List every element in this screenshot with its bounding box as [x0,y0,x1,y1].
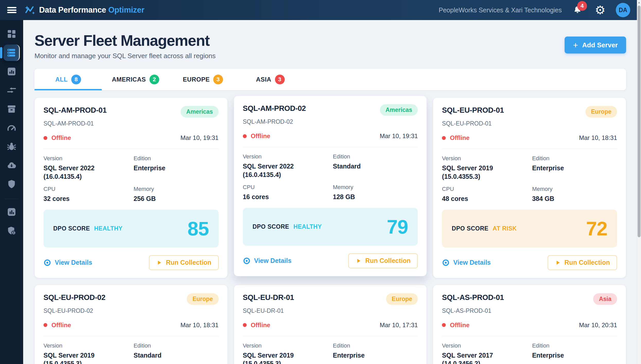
page-subtitle: Monitor and manage your SQL Server fleet… [34,52,216,60]
hamburger-menu-icon[interactable] [7,6,17,14]
run-collection-button[interactable]: Run Collection [548,255,617,270]
tab-americas[interactable]: AMERICAS 2 [102,69,169,90]
tab-asia[interactable]: ASIA 3 [237,69,304,90]
sidebar-item-issues[interactable] [3,138,20,155]
offline-status-dot [243,134,247,138]
cpu-label: CPU [442,186,527,192]
region-badge: Americas [380,104,418,116]
offline-status-label: Offline [450,322,469,329]
last-seen-timestamp: Mar 10, 20:31 [579,322,617,329]
cpu-value: 16 cores [243,193,328,201]
cloud-download-icon [6,160,17,171]
sidebar-item-servers[interactable] [3,45,20,61]
dashboard-grid-icon [6,29,17,39]
notifications-button[interactable]: 4 [571,3,584,17]
server-hostname: SQL-EU-PROD-01 [442,120,617,127]
cpu-value: 48 cores [442,194,527,203]
tab-count-badge: 3 [213,75,223,84]
edition-value: Standard [133,351,218,360]
notification-count-badge: 4 [577,1,587,11]
region-tabs: ALL 8 AMERICAS 2 EUROPE 3 ASIA 3 [34,69,626,90]
version-label: Version [243,342,328,349]
sidebar-item-dashboard[interactable] [3,26,20,42]
view-details-link[interactable]: View Details [43,259,92,267]
servers-icon [6,48,16,58]
run-collection-button[interactable]: Run Collection [149,255,218,270]
server-card: SQL-AM-PROD-01 Americas SQL-AM-PROD-01 O… [34,97,228,278]
sidebar-item-cloud-export[interactable] [3,157,20,174]
tab-label: EUROPE [183,76,210,83]
version-value: SQL Server 2017 (14.0.3456.2) [442,351,527,364]
active-nav-indicator [0,47,2,58]
offline-status-label: Offline [251,132,270,140]
compare-arrows-icon [6,85,17,95]
card-divider [43,149,219,149]
offline-status-dot [442,136,446,140]
dpo-score-value: 85 [188,217,209,240]
server-card: SQL-EU-DR-01 Europe SQL-EU-DR-01 Offline… [234,285,427,364]
card-divider [442,336,617,336]
run-collection-button[interactable]: Run Collection [348,253,418,268]
dpo-score-panel: DPO SCORE HEALTHY 85 [43,210,219,247]
play-icon [555,260,561,266]
sidebar-item-performance[interactable] [3,120,20,136]
dpo-score-panel: DPO SCORE AT RISK 72 [442,210,617,247]
top-bar: Data Performance Optimizer PeopleWorks S… [0,0,637,20]
dpo-score-status: HEALTHY [94,225,122,232]
version-value: SQL Server 2019 (15.0.4355.3) [43,351,128,364]
sidebar-item-compare[interactable] [3,82,20,99]
sidebar-item-reports[interactable] [3,204,20,220]
server-name: SQL-EU-DR-01 [243,293,294,302]
server-hostname: SQL-AM-PROD-01 [43,120,219,127]
region-badge: Europe [187,293,218,305]
edition-label: Edition [133,155,218,162]
version-label: Version [442,342,527,349]
scrollbar-up-arrow[interactable]: ▲ [637,0,641,5]
region-badge: Asia [593,293,617,305]
server-hostname: SQL-AM-PROD-02 [243,118,418,125]
shield-icon [6,179,17,189]
memory-label: Memory [333,184,418,191]
sidebar-item-security[interactable] [3,176,20,192]
version-label: Version [43,155,128,162]
dpo-score-status: HEALTHY [293,223,322,230]
app-title: Data Performance Optimizer [39,5,144,15]
page-scrollbar[interactable]: ▲ [637,0,641,364]
version-value: SQL Server 2019 (15.0.4355.3) [442,164,527,181]
cpu-label: CPU [243,184,328,191]
edition-label: Edition [532,155,617,162]
sidebar-item-access-control[interactable] [3,223,20,239]
user-avatar[interactable]: DA [616,3,630,17]
offline-status-label: Offline [450,134,469,141]
tab-europe[interactable]: EUROPE 3 [169,69,237,90]
edition-value: Standard [333,162,418,171]
server-name: SQL-EU-PROD-02 [43,293,105,302]
server-hostname: SQL-EU-PROD-02 [43,307,219,314]
edition-label: Edition [333,153,418,160]
main-content: Server Fleet Management Monitor and mana… [23,20,637,364]
view-details-link[interactable]: View Details [243,257,291,265]
cpu-label: CPU [43,186,128,192]
bug-icon [6,141,17,152]
offline-status-label: Offline [51,322,71,329]
tab-all[interactable]: ALL 8 [34,69,102,90]
dpo-score-label: DPO SCORE [253,223,289,230]
company-name: PeopleWorks Services & Xari Technologies [439,6,562,14]
play-icon [156,260,162,266]
dpo-score-panel: DPO SCORE HEALTHY 79 [243,208,418,246]
tab-count-badge: 3 [275,75,285,84]
sidebar-item-analytics[interactable] [3,63,20,80]
offline-status-dot [243,323,247,327]
view-details-link[interactable]: View Details [442,259,491,267]
settings-button[interactable]: ⚙ [593,3,607,17]
sidebar-item-archive[interactable] [3,101,20,117]
last-seen-timestamp: Mar 10, 19:31 [380,132,418,140]
version-label: Version [43,342,128,349]
add-server-button[interactable]: + Add Server [565,37,626,54]
memory-label: Memory [133,186,218,192]
memory-value: 256 GB [133,194,218,203]
scrollbar-thumb[interactable] [638,6,640,237]
server-name: SQL-AS-PROD-01 [442,293,504,302]
eye-icon [243,257,251,265]
cpu-value: 32 cores [43,194,128,203]
